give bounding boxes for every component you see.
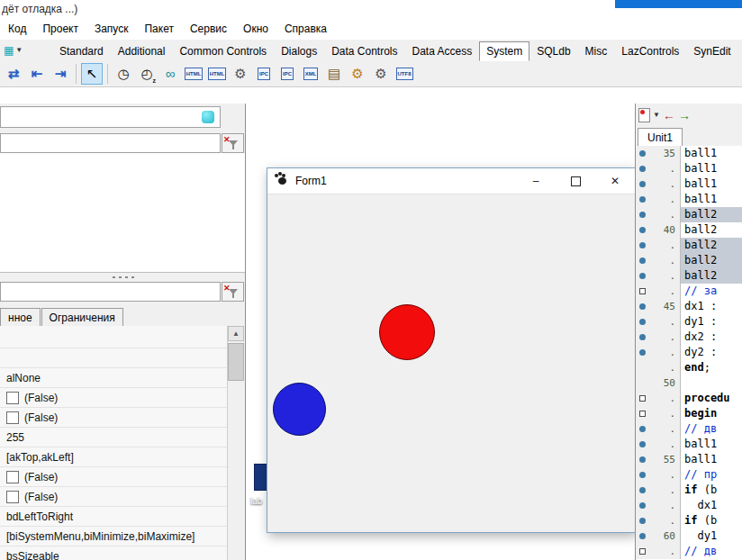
gutter[interactable]: . (636, 483, 681, 498)
gutter[interactable]: 35 (636, 146, 681, 161)
scrollbar-thumb[interactable] (228, 343, 244, 381)
tree-filter-clear-button[interactable]: ✕ (222, 133, 244, 153)
palette-tab-additional[interactable]: Additional (111, 41, 173, 60)
menu-item-3[interactable]: Запуск (86, 19, 137, 39)
property-row[interactable]: alNone (0, 368, 227, 388)
inspector-tab-2[interactable]: Ограничения (41, 308, 123, 326)
menu-item-4[interactable]: Пакет (136, 19, 181, 39)
code-line[interactable]: 35ball1 (636, 146, 742, 161)
property-row[interactable]: [biSystemMenu,biMinimize,biMaximize] (0, 527, 227, 546)
code-line[interactable]: 55ball1 (636, 452, 742, 467)
palette-tab-data-controls[interactable]: Data Controls (324, 41, 404, 60)
menu-item-5[interactable]: Сервис (182, 19, 235, 39)
property-row[interactable]: bsSizeable (0, 546, 227, 560)
property-filter-input[interactable] (0, 282, 221, 302)
code-line[interactable]: .dy1 : (636, 314, 742, 330)
simple-ipc-server-icon[interactable]: IPC (276, 63, 298, 85)
scroll-up-icon[interactable]: ▲ (228, 326, 244, 341)
property-row[interactable]: (False) (0, 487, 227, 507)
checkbox-icon[interactable] (6, 491, 19, 503)
gutter[interactable]: . (636, 498, 681, 513)
menu-item-1[interactable]: Код (0, 19, 34, 39)
palette-tab-data-access[interactable]: Data Access (405, 41, 480, 60)
code-line[interactable]: 50 (636, 375, 742, 391)
xml-config-icon[interactable]: XML (300, 63, 321, 85)
code-line[interactable]: .// за (636, 284, 742, 299)
close-button[interactable]: ✕ (595, 168, 635, 194)
idle-timer-icon[interactable]: ◴z (136, 63, 158, 85)
property-row[interactable] (0, 348, 227, 368)
gutter[interactable]: . (636, 253, 681, 268)
gutter[interactable]: 60 (636, 528, 681, 544)
gutter[interactable]: 40 (636, 222, 681, 238)
chevron-down-icon[interactable]: ▼ (653, 111, 660, 119)
code-line[interactable]: .begin (636, 406, 742, 421)
gutter[interactable]: . (636, 421, 681, 437)
property-filter-clear-button[interactable]: ✕ (222, 282, 244, 302)
code-line[interactable]: 40ball2 (636, 222, 742, 238)
palette-dropdown-button[interactable]: ▦ ▼ (2, 41, 34, 59)
code-line[interactable]: .if (b (636, 513, 742, 528)
minimize-button[interactable]: – (516, 168, 556, 194)
code-line[interactable]: 60 dy1 (636, 528, 742, 544)
html-help-database-icon[interactable]: HTML (183, 63, 204, 85)
code-line[interactable]: .ball1 (636, 437, 742, 452)
menu-item-7[interactable]: Справка (276, 19, 335, 39)
property-row[interactable]: 255 (0, 428, 227, 447)
code-line[interactable]: .// пр (636, 467, 742, 483)
gutter[interactable]: . (636, 176, 681, 192)
code-line[interactable]: .dx2 : (636, 330, 742, 345)
code-line[interactable]: .// дв (636, 421, 742, 437)
event-log-icon[interactable]: ▤ (323, 63, 345, 85)
property-row[interactable]: (False) (0, 408, 227, 428)
gutter[interactable]: . (636, 238, 681, 253)
checkbox-icon[interactable] (6, 411, 19, 424)
jump-back-icon[interactable]: ⇤ (26, 63, 48, 85)
inspector-tab-1[interactable]: нное (0, 308, 41, 326)
property-row[interactable]: [akTop,akLeft] (0, 447, 227, 467)
gutter[interactable]: . (636, 284, 681, 299)
service-manager-icon[interactable]: ⚙ (347, 63, 368, 85)
code-line[interactable]: .ball1 (636, 192, 742, 207)
lazcomponent-queue-icon[interactable]: ∞ (159, 63, 181, 85)
component-selector-combo[interactable] (0, 106, 221, 128)
gutter[interactable]: . (636, 207, 681, 222)
property-row[interactable]: bdLeftToRight (0, 507, 227, 527)
code-line[interactable]: .if (b (636, 483, 742, 498)
property-row[interactable]: (False) (0, 467, 227, 487)
gutter[interactable]: . (636, 360, 681, 375)
html-browser-help-viewer-icon[interactable]: HTML (206, 63, 228, 85)
tab-unit1[interactable]: Unit1 (638, 128, 683, 147)
tree-filter-input[interactable] (0, 133, 221, 153)
menu-item-6[interactable]: Окно (235, 19, 276, 39)
gutter[interactable]: . (636, 544, 681, 559)
async-process-icon[interactable]: ⚙ (230, 63, 251, 85)
code-line[interactable]: .ball2 (636, 253, 742, 268)
new-unit-icon[interactable] (638, 108, 650, 122)
gutter[interactable]: . (636, 437, 681, 452)
gutter[interactable]: 55 (636, 452, 681, 467)
checkbox-icon[interactable] (6, 392, 19, 404)
gutter[interactable]: . (636, 406, 681, 421)
ide-titlebar[interactable]: дёт отладка ...) (0, 0, 742, 18)
code-line[interactable]: .dy2 : (636, 345, 742, 360)
gutter[interactable]: . (636, 345, 681, 360)
property-row[interactable] (0, 329, 227, 348)
code-line[interactable]: .ball1 (636, 176, 742, 192)
checkbox-icon[interactable] (6, 471, 19, 483)
gutter[interactable]: 50 (636, 375, 681, 391)
gutter[interactable]: . (636, 330, 681, 345)
palette-tab-synedit[interactable]: SynEdit (686, 41, 737, 60)
palette-tab-rtti[interactable]: RTTI (738, 41, 742, 60)
menu-item-2[interactable]: Проект (34, 19, 86, 39)
palette-tab-standard[interactable]: Standard (52, 41, 111, 60)
palette-tab-misc[interactable]: Misc (578, 41, 615, 60)
code-line[interactable]: .ball1 (636, 161, 742, 176)
palette-tab-lazcontrols[interactable]: LazControls (614, 41, 686, 60)
process-icon[interactable]: ⚙ (370, 63, 392, 85)
sync-edit-icon[interactable]: ⇄ (3, 63, 24, 85)
gutter[interactable]: . (636, 314, 681, 330)
gutter[interactable]: . (636, 467, 681, 483)
code-line[interactable]: .end; (636, 360, 742, 375)
gutter[interactable]: 45 (636, 299, 681, 314)
